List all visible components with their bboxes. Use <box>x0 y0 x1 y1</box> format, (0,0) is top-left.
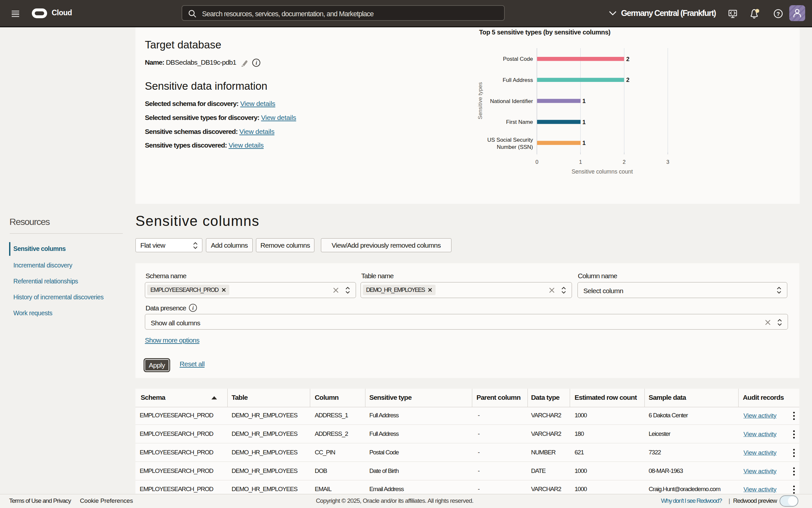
svg-text:2: 2 <box>626 77 629 83</box>
svg-text:US Social Security: US Social Security <box>487 137 533 143</box>
svg-text:1: 1 <box>582 119 586 125</box>
svg-text:i: i <box>192 305 194 311</box>
svg-text:0: 0 <box>535 159 538 165</box>
svg-text:?: ? <box>777 11 780 17</box>
svg-text:First Name: First Name <box>506 119 533 125</box>
svg-text:Sensitive types: Sensitive types <box>477 82 483 119</box>
svg-text:3: 3 <box>666 159 669 165</box>
svg-text:i: i <box>256 60 257 66</box>
svg-text:Top 5 sensitive types (by sens: Top 5 sensitive types (by sensitive colu… <box>479 29 610 36</box>
svg-text:1: 1 <box>582 98 586 104</box>
svg-text:1: 1 <box>579 159 582 165</box>
svg-text:2: 2 <box>623 159 626 165</box>
svg-text:1: 1 <box>582 140 586 146</box>
svg-text:Number (SSN): Number (SSN) <box>497 144 533 150</box>
svg-text:National Identifier: National Identifier <box>490 98 533 104</box>
svg-text:Full Address: Full Address <box>503 77 533 83</box>
svg-text:2: 2 <box>626 56 629 62</box>
svg-text:Sensitive columns count: Sensitive columns count <box>572 168 633 175</box>
svg-text:Postal Code: Postal Code <box>503 56 533 62</box>
